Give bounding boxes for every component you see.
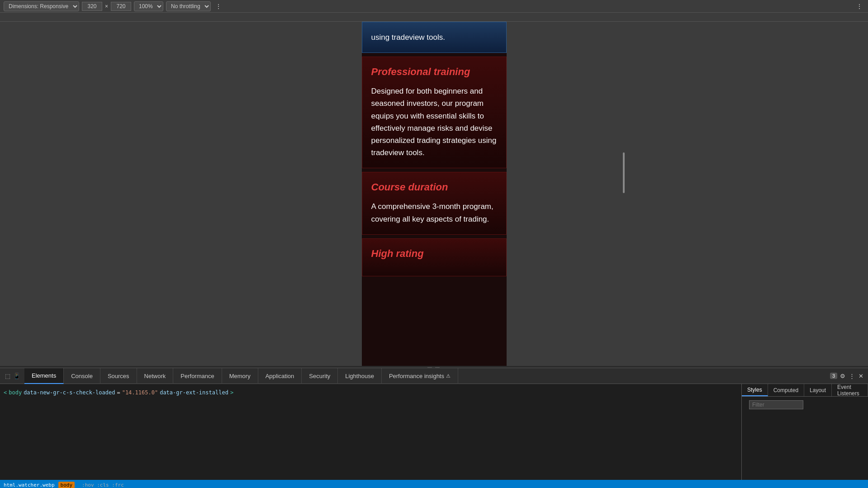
devtools-tabs-bar: ⬚ 📱 Elements Console Sources Network Per… [0, 368, 868, 384]
styles-content [742, 397, 868, 480]
width-input[interactable] [82, 2, 102, 11]
devtools-overflow-icon[interactable]: ⋮ [848, 372, 856, 380]
tab-memory[interactable]: Memory [222, 368, 258, 384]
mobile-frame[interactable]: using tradeview tools. Professional trai… [362, 22, 507, 366]
pseudo-states: :hov :cls :frc [82, 482, 124, 488]
devtools-right-icons: 3 ⚙ ⋮ ✕ [830, 372, 868, 380]
scroll-indicator[interactable] [623, 152, 625, 193]
device-icon[interactable]: 📱 [13, 372, 21, 380]
device-settings-icon[interactable]: ⋮ [213, 2, 223, 11]
zoom-select[interactable]: 100% [134, 1, 163, 11]
tab-layout[interactable]: Layout [804, 384, 832, 396]
devtools-settings-icon[interactable]: ⚙ [839, 372, 846, 380]
tab-network[interactable]: Network [137, 368, 174, 384]
more-options-icon[interactable]: ⋮ [854, 2, 864, 11]
devtools-panel: ⬚ 📱 Elements Console Sources Network Per… [0, 368, 868, 488]
styles-panel: Styles Computed Layout Event Listeners [741, 384, 868, 480]
tab-security[interactable]: Security [302, 368, 338, 384]
badge-3[interactable]: 3 [830, 373, 837, 379]
filter-input[interactable] [749, 400, 803, 409]
dimension-separator: × [105, 3, 108, 9]
tree-line-body: <body data-new-gr-c-s-check-loaded="14.1… [4, 388, 738, 398]
tab-application[interactable]: Application [258, 368, 302, 384]
card-course-text: A comprehensive 3-month program, coverin… [371, 200, 497, 225]
card-high-rating: High rating [362, 238, 507, 276]
devtools-top-toolbar: Dimensions: Responsive × 100% No throttl… [0, 0, 868, 13]
ruler-area [0, 13, 868, 22]
throttle-select[interactable]: No throttling [166, 1, 211, 11]
left-panel [0, 22, 237, 366]
card-professional-training: Professional training Designed for both … [362, 57, 507, 168]
right-panel [631, 22, 868, 366]
tab-console[interactable]: Console [64, 368, 100, 384]
devtools-close-icon[interactable]: ✕ [858, 372, 864, 380]
card-course-duration: Course duration A comprehensive 3-month … [362, 172, 507, 234]
ruler-marks [0, 13, 868, 21]
body-tag-badge[interactable]: body [58, 482, 75, 488]
tab-elements[interactable]: Elements [24, 368, 64, 384]
dimensions-select[interactable]: Dimensions: Responsive [4, 1, 79, 11]
card-high-rating-title: High rating [371, 248, 497, 260]
tab-styles[interactable]: Styles [742, 384, 768, 396]
main-area: using tradeview tools. Professional trai… [0, 22, 868, 366]
devtools-content: <body data-new-gr-c-s-check-loaded="14.1… [0, 384, 868, 480]
card-course-title: Course duration [371, 181, 497, 193]
height-input[interactable] [111, 2, 131, 11]
tab-computed[interactable]: Computed [768, 384, 804, 396]
right-panel-tabs: Styles Computed Layout Event Listeners [742, 384, 868, 397]
card-professional-text: Designed for both beginners and seasoned… [371, 85, 497, 159]
tab-event-listeners[interactable]: Event Listeners [832, 384, 868, 396]
tab-lighthouse[interactable]: Lighthouse [338, 368, 382, 384]
viewport-wrapper: using tradeview tools. Professional trai… [237, 22, 631, 366]
devtools-tab-list: Elements Console Sources Network Perform… [24, 368, 830, 384]
html-tree-panel[interactable]: <body data-new-gr-c-s-check-loaded="14.1… [0, 384, 741, 480]
tab-performance-insights[interactable]: Performance insights ⚠ [382, 368, 458, 384]
inspect-icon[interactable]: ⬚ [4, 372, 12, 380]
card-top-blue: using tradeview tools. [362, 22, 507, 53]
status-bar: html.watcher.webp body :hov :cls :frc [0, 480, 868, 488]
html-tree: <body data-new-gr-c-s-check-loaded="14.1… [4, 388, 738, 398]
card-top-text: using tradeview tools. [371, 31, 497, 43]
status-element-path: html.watcher.webp [4, 482, 55, 488]
card-professional-title: Professional training [371, 66, 497, 78]
perf-insights-icon: ⚠ [446, 373, 451, 379]
tab-performance[interactable]: Performance [173, 368, 222, 384]
tab-sources[interactable]: Sources [100, 368, 137, 384]
devtools-icons: ⬚ 📱 [0, 372, 24, 380]
